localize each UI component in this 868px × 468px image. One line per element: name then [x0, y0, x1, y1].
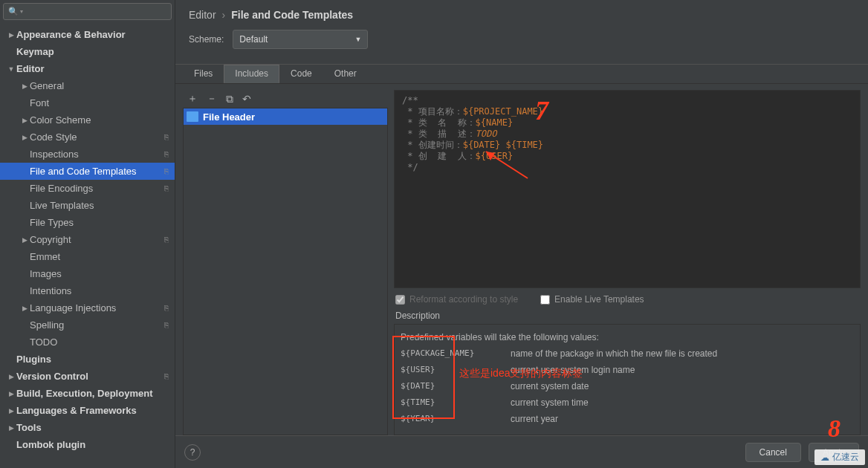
- code-line: * 创 建 人：${USER}: [402, 151, 852, 162]
- code-token: TODO: [476, 129, 497, 139]
- template-tabs: FilesIncludesCodeOther: [175, 65, 868, 84]
- code-token: /**: [402, 95, 418, 105]
- tree-expander-icon[interactable]: ▶: [19, 236, 30, 244]
- apply-button[interactable]: Apply: [809, 443, 859, 462]
- sidebar-item-keymap[interactable]: Keymap: [0, 43, 175, 60]
- tab-files[interactable]: Files: [183, 65, 224, 83]
- dropdown-caret-icon: ▾: [20, 8, 23, 15]
- tree-label: Images: [30, 268, 172, 279]
- code-line: * 项目名称：${PROJECT_NAME}: [402, 106, 852, 117]
- variable-desc: name of the package in which the new fil…: [511, 348, 854, 359]
- crumb-editor[interactable]: Editor: [189, 9, 216, 21]
- code-token: *: [402, 129, 418, 139]
- splitter-grip[interactable]: ⋮: [394, 189, 398, 201]
- sidebar-item-intentions[interactable]: Intentions: [0, 282, 175, 299]
- tree-label: Languages & Frameworks: [16, 405, 172, 416]
- tree-label: Tools: [16, 422, 172, 433]
- sidebar-item-file-encodings[interactable]: File Encodings⎘: [0, 180, 175, 197]
- code-line: * 创建时间：${DATE} ${TIME}: [402, 140, 852, 151]
- remove-icon[interactable]: －: [207, 92, 217, 105]
- chevron-down-icon: ▼: [354, 36, 361, 43]
- sidebar-item-file-and-code-templates[interactable]: File and Code Templates⎘: [0, 163, 175, 180]
- tab-includes[interactable]: Includes: [224, 65, 279, 83]
- copy-icon[interactable]: ⧉: [226, 93, 233, 105]
- project-scope-icon: ⎘: [161, 132, 172, 143]
- code-token: 创 建 人：: [418, 151, 476, 161]
- code-token: ${PROJECT_NAME}: [463, 106, 543, 117]
- sidebar-item-emmet[interactable]: Emmet: [0, 248, 175, 265]
- sidebar-item-code-style[interactable]: ▶Code Style⎘: [0, 129, 175, 146]
- code-line: * 类 描 述：TODO: [402, 129, 852, 140]
- project-scope-icon: ⎘: [161, 371, 172, 382]
- variable-name: ${YEAR}: [401, 414, 511, 424]
- tree-expander-icon[interactable]: ▶: [19, 82, 30, 90]
- code-token: *: [402, 140, 418, 150]
- tree-expander-icon[interactable]: ▶: [19, 134, 30, 141]
- tree-expander-icon[interactable]: ▶: [6, 31, 16, 39]
- code-token: ${NAME}: [476, 117, 514, 128]
- sidebar-item-version-control[interactable]: ▶Version Control⎘: [0, 368, 175, 385]
- revert-icon[interactable]: ↶: [242, 93, 251, 105]
- sidebar-item-general[interactable]: ▶General: [0, 77, 175, 94]
- description-heading: Description: [394, 308, 861, 324]
- help-button[interactable]: ?: [184, 444, 201, 461]
- template-item-file-header[interactable]: File Header: [184, 108, 387, 125]
- sidebar-item-language-injections[interactable]: ▶Language Injections⎘: [0, 299, 175, 316]
- enable-live-checkbox[interactable]: Enable Live Templates: [540, 294, 644, 305]
- tree-expander-icon[interactable]: ▶: [6, 373, 16, 380]
- scheme-select[interactable]: Default ▼: [233, 30, 368, 49]
- code-line: /**: [402, 95, 852, 106]
- tree-label: Code Style: [30, 131, 161, 143]
- cancel-button[interactable]: Cancel: [745, 443, 801, 462]
- sidebar-item-lombok-plugin[interactable]: Lombok plugin: [0, 436, 175, 453]
- file-icon: [187, 111, 198, 122]
- project-scope-icon: ⎘: [161, 183, 172, 194]
- tree-label: Copyright: [30, 234, 161, 245]
- tree-expander-icon[interactable]: ▼: [6, 65, 16, 73]
- sidebar-item-copyright[interactable]: ▶Copyright⎘: [0, 231, 175, 248]
- sidebar-item-inspections[interactable]: Inspections⎘: [0, 146, 175, 163]
- code-token: ${USER}: [476, 151, 514, 161]
- template-editor[interactable]: ⋮ /** * 项目名称：${PROJECT_NAME} * 类 名 称：${N…: [394, 90, 861, 288]
- sidebar-item-color-scheme[interactable]: ▶Color Scheme: [0, 111, 175, 129]
- code-token: 类 描 述：: [418, 129, 476, 139]
- sidebar-item-spelling[interactable]: Spelling⎘: [0, 316, 175, 334]
- sidebar-item-file-types[interactable]: File Types: [0, 214, 175, 231]
- reformat-label: Reformat according to style: [409, 294, 518, 305]
- sidebar-item-font[interactable]: Font: [0, 94, 175, 111]
- settings-tree: ▶Appearance & BehaviorKeymap▼Editor▶Gene…: [0, 23, 175, 453]
- sidebar-item-live-templates[interactable]: Live Templates: [0, 197, 175, 214]
- chevron-right-icon: ›: [222, 9, 226, 21]
- scheme-label: Scheme:: [189, 34, 224, 45]
- sidebar-item-todo[interactable]: TODO: [0, 334, 175, 351]
- tree-expander-icon[interactable]: ▶: [19, 117, 30, 124]
- sidebar-item-languages-frameworks[interactable]: ▶Languages & Frameworks: [0, 402, 175, 419]
- settings-sidebar: 🔍▾ ▶Appearance & BehaviorKeymap▼Editor▶G…: [0, 0, 175, 468]
- sidebar-item-editor[interactable]: ▼Editor: [0, 60, 175, 77]
- description-box: Predefined variables will take the follo…: [394, 324, 861, 435]
- tree-label: File and Code Templates: [30, 166, 161, 177]
- tree-label: Language Injections: [30, 302, 161, 313]
- search-input[interactable]: 🔍▾: [3, 3, 172, 20]
- template-list[interactable]: File Header: [183, 108, 388, 435]
- add-icon[interactable]: ＋: [187, 92, 198, 105]
- tree-label: General: [30, 80, 172, 91]
- tree-expander-icon[interactable]: ▶: [6, 390, 16, 397]
- tree-expander-icon[interactable]: ▶: [6, 407, 16, 415]
- tree-expander-icon[interactable]: ▶: [6, 424, 16, 432]
- sidebar-item-appearance-behavior[interactable]: ▶Appearance & Behavior: [0, 26, 175, 43]
- tab-other[interactable]: Other: [323, 65, 368, 83]
- tree-expander-icon[interactable]: ▶: [19, 305, 30, 312]
- template-toolbar: ＋ － ⧉ ↶: [183, 90, 388, 108]
- crumb-current: File and Code Templates: [231, 9, 353, 21]
- tree-label: Appearance & Behavior: [16, 29, 172, 40]
- tree-label: Keymap: [16, 46, 172, 57]
- sidebar-item-tools[interactable]: ▶Tools: [0, 419, 175, 436]
- code-token: */: [402, 162, 418, 172]
- sidebar-item-images[interactable]: Images: [0, 265, 175, 282]
- sidebar-item-build-execution-deployment[interactable]: ▶Build, Execution, Deployment: [0, 385, 175, 402]
- variable-name: ${PACKAGE_NAME}: [401, 348, 511, 359]
- project-scope-icon: ⎘: [161, 166, 172, 177]
- sidebar-item-plugins[interactable]: Plugins: [0, 351, 175, 368]
- tab-code[interactable]: Code: [279, 65, 323, 83]
